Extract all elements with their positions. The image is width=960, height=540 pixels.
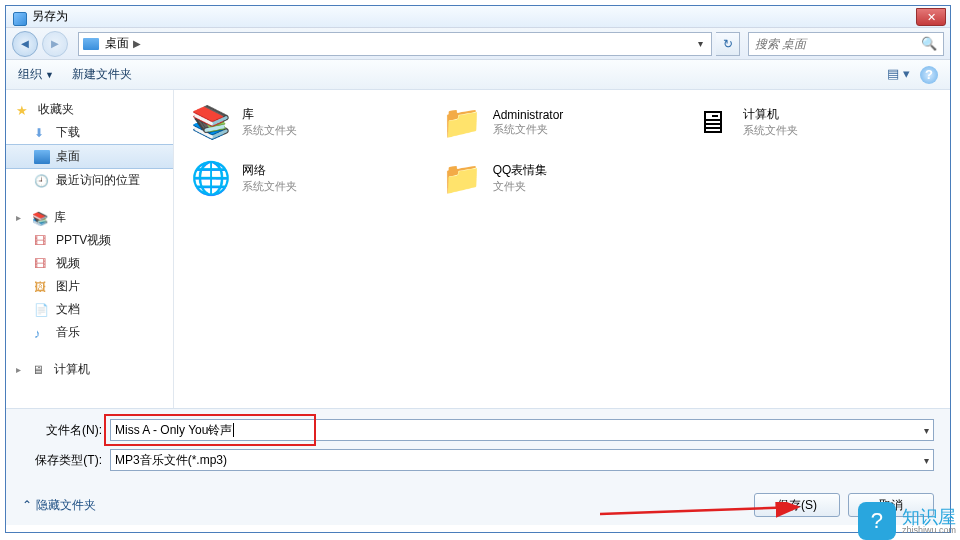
library-icon: 📚 [190, 101, 232, 143]
tile-administrator[interactable]: 📁 Administrator系统文件夹 [441, 100, 684, 144]
music-icon: ♪ [34, 326, 50, 340]
tile-libraries[interactable]: 📚 库系统文件夹 [190, 100, 433, 144]
download-icon: ⬇ [34, 126, 50, 140]
history-dropdown-icon[interactable]: ▾ [694, 38, 707, 49]
sidebar-item-desktop[interactable]: 桌面 [6, 144, 173, 169]
tile-computer[interactable]: 🖥 计算机系统文件夹 [691, 100, 934, 144]
sidebar-item-recent[interactable]: 🕘最近访问的位置 [6, 169, 173, 192]
filetype-select[interactable]: MP3音乐文件(*.mp3) ▾ [110, 449, 934, 471]
footer: 文件名(N): Miss A - Only You铃声 ▾ 保存类型(T): M… [6, 408, 950, 525]
sidebar-computer-header[interactable]: ▸🖥计算机 [6, 358, 173, 381]
new-folder-button[interactable]: 新建文件夹 [72, 66, 132, 83]
filename-label: 文件名(N): [22, 422, 102, 439]
chevron-up-icon: ⌃ [22, 498, 32, 512]
chevron-right-icon: ▸ [16, 364, 26, 375]
tile-qq-emoticons[interactable]: 📁 QQ表情集文件夹 [441, 156, 684, 200]
desktop-icon [34, 150, 50, 164]
computer-icon: 🖥 [691, 101, 733, 143]
chevron-right-icon: ▸ [16, 212, 26, 223]
sidebar-item-music[interactable]: ♪音乐 [6, 321, 173, 344]
computer-icon: 🖥 [32, 363, 48, 377]
forward-button[interactable]: ► [42, 31, 68, 57]
window-title: 另存为 [32, 8, 68, 25]
back-button[interactable]: ◄ [12, 31, 38, 57]
organize-menu[interactable]: 组织▼ [18, 66, 54, 83]
search-box[interactable]: 🔍 [748, 32, 944, 56]
view-options-button[interactable]: ▤ ▾ [887, 66, 910, 84]
folder-icon: 📁 [441, 157, 483, 199]
title-bar: 另存为 ✕ [6, 6, 950, 28]
desktop-icon [83, 38, 99, 50]
dropdown-icon[interactable]: ▾ [924, 425, 929, 436]
search-input[interactable] [755, 37, 921, 51]
video-icon: 🎞 [34, 257, 50, 271]
close-button[interactable]: ✕ [916, 8, 946, 26]
save-button[interactable]: 保存(S) [754, 493, 840, 517]
sidebar-item-pictures[interactable]: 🖼图片 [6, 275, 173, 298]
sidebar-item-pptv[interactable]: 🎞PPTV视频 [6, 229, 173, 252]
toolbar: 组织▼ 新建文件夹 ▤ ▾ ? [6, 60, 950, 90]
sidebar-libraries-header[interactable]: ▸📚库 [6, 206, 173, 229]
watermark: ? 知识屋zhishiwu.com [858, 502, 956, 540]
user-folder-icon: 📁 [441, 101, 483, 143]
breadcrumb[interactable]: 桌面 [105, 35, 129, 52]
chevron-right-icon[interactable]: ▶ [133, 38, 141, 49]
library-icon: 📚 [32, 211, 48, 225]
sidebar-favorites-header[interactable]: ★收藏夹 [6, 98, 173, 121]
filetype-label: 保存类型(T): [22, 452, 102, 469]
save-as-dialog: 另存为 ✕ ◄ ► 桌面 ▶ ▾ ↻ 🔍 组织▼ 新建文件夹 ▤ ▾ ? ★收藏… [5, 5, 951, 533]
address-bar[interactable]: 桌面 ▶ ▾ [78, 32, 712, 56]
refresh-button[interactable]: ↻ [716, 32, 740, 56]
watermark-icon: ? [858, 502, 896, 540]
picture-icon: 🖼 [34, 280, 50, 294]
hide-folders-toggle[interactable]: ⌃ 隐藏文件夹 [22, 497, 96, 514]
recent-icon: 🕘 [34, 174, 50, 188]
document-icon: 📄 [34, 303, 50, 317]
help-icon[interactable]: ? [920, 66, 938, 84]
sidebar-item-videos[interactable]: 🎞视频 [6, 252, 173, 275]
video-icon: 🎞 [34, 234, 50, 248]
sidebar: ★收藏夹 ⬇下载 桌面 🕘最近访问的位置 ▸📚库 🎞PPTV视频 🎞视频 🖼图片… [6, 90, 174, 408]
sidebar-item-downloads[interactable]: ⬇下载 [6, 121, 173, 144]
star-icon: ★ [16, 103, 32, 117]
filename-input[interactable]: Miss A - Only You铃声 ▾ [110, 419, 934, 441]
nav-bar: ◄ ► 桌面 ▶ ▾ ↻ 🔍 [6, 28, 950, 60]
file-list[interactable]: 📚 库系统文件夹 📁 Administrator系统文件夹 🖥 计算机系统文件夹… [174, 90, 950, 408]
network-icon: 🌐 [190, 157, 232, 199]
sidebar-item-documents[interactable]: 📄文档 [6, 298, 173, 321]
tile-network[interactable]: 🌐 网络系统文件夹 [190, 156, 433, 200]
dropdown-icon[interactable]: ▾ [924, 455, 929, 466]
search-icon: 🔍 [921, 36, 937, 51]
window-icon [13, 12, 27, 26]
